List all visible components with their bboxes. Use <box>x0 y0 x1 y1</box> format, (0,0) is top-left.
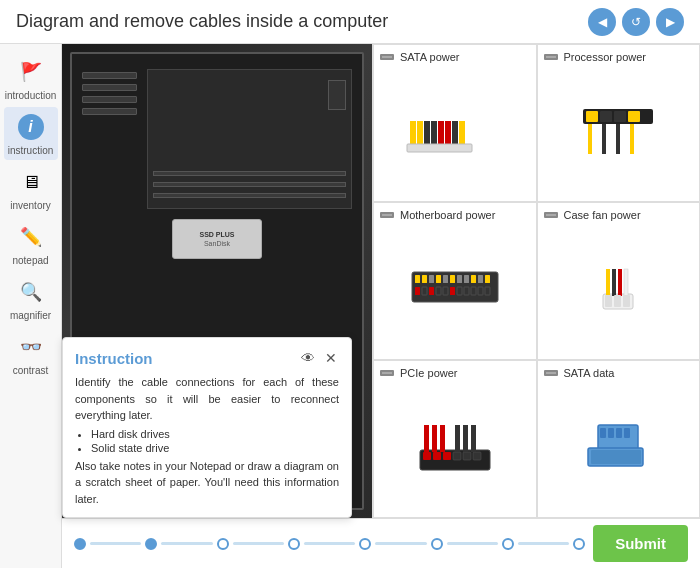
svg-rect-64 <box>453 452 461 460</box>
svg-rect-31 <box>485 275 490 283</box>
component-name-pcie-power: PCIe power <box>400 367 457 379</box>
svg-rect-53 <box>618 269 622 296</box>
svg-rect-6 <box>438 121 444 146</box>
refresh-button[interactable]: ↺ <box>622 8 650 36</box>
progress-dot-8 <box>573 538 585 550</box>
popup-title: Instruction <box>75 350 153 367</box>
svg-rect-78 <box>608 428 614 438</box>
progress-dot-2 <box>145 538 157 550</box>
page-title: Diagram and remove cables inside a compu… <box>16 11 388 32</box>
svg-rect-27 <box>422 275 427 283</box>
progress-dot-4 <box>288 538 300 550</box>
component-card-processor-power[interactable]: Processor power <box>537 44 701 202</box>
svg-rect-67 <box>424 425 429 452</box>
sidebar-label-introduction: introduction <box>5 90 57 101</box>
component-header-pcie-power: PCIe power <box>380 367 530 379</box>
sidebar-label-instruction: instruction <box>8 145 54 156</box>
progress-dot-3 <box>217 538 229 550</box>
svg-rect-43 <box>457 287 462 295</box>
sidebar-item-inventory[interactable]: 🖥 inventory <box>4 162 58 215</box>
progress-line-4 <box>304 542 355 545</box>
sidebar-item-introduction[interactable]: 🚩 introduction <box>4 52 58 105</box>
component-header-sata-data: SATA data <box>544 367 694 379</box>
flag-icon: 🚩 <box>15 56 47 88</box>
svg-rect-20 <box>616 124 620 154</box>
component-image-pcie-power <box>380 383 530 511</box>
popup-eye-button[interactable]: 👁 <box>299 348 317 368</box>
svg-rect-61 <box>423 452 431 460</box>
progress-dot-6 <box>431 538 443 550</box>
svg-rect-59 <box>382 372 392 374</box>
connector-icon <box>544 52 560 62</box>
sidebar-item-notepad[interactable]: ✏️ notepad <box>4 217 58 270</box>
svg-rect-5 <box>431 121 437 146</box>
computer-image-area: SSD PLUS SanDisk <box>62 44 372 518</box>
progress-line-7 <box>518 542 569 545</box>
sidebar-label-magnifier: magnifier <box>10 310 51 321</box>
component-card-sata-power[interactable]: SATA power <box>373 44 537 202</box>
svg-rect-35 <box>464 275 469 283</box>
svg-rect-36 <box>478 275 483 283</box>
svg-rect-1 <box>382 56 392 58</box>
components-grid: SATA power <box>372 44 700 518</box>
svg-rect-26 <box>415 275 420 283</box>
bottom-bar: Submit <box>62 518 700 568</box>
connector-icon <box>380 368 396 378</box>
list-item-ssd: Solid state drive <box>91 442 339 454</box>
svg-rect-29 <box>450 275 455 283</box>
svg-rect-70 <box>455 425 460 452</box>
svg-rect-3 <box>417 121 423 146</box>
svg-rect-42 <box>443 287 448 295</box>
popup-close-button[interactable]: ✕ <box>323 348 339 368</box>
component-card-motherboard-power[interactable]: Motherboard power <box>373 202 537 360</box>
svg-rect-24 <box>382 214 392 216</box>
svg-rect-66 <box>473 452 481 460</box>
sidebar-item-instruction[interactable]: i instruction <box>4 107 58 160</box>
progress-line-6 <box>447 542 498 545</box>
component-name-case-fan-power: Case fan power <box>564 209 641 221</box>
pencil-icon: ✏️ <box>15 221 47 253</box>
svg-rect-30 <box>471 275 476 283</box>
svg-rect-28 <box>436 275 441 283</box>
navigation-controls: ◀ ↺ ▶ <box>588 8 684 36</box>
progress-dot-7 <box>502 538 514 550</box>
svg-rect-81 <box>591 450 641 464</box>
svg-rect-72 <box>471 425 476 452</box>
progress-dot-5 <box>359 538 371 550</box>
svg-rect-19 <box>602 124 606 154</box>
submit-button[interactable]: Submit <box>593 525 688 562</box>
component-card-case-fan-power[interactable]: Case fan power <box>537 202 701 360</box>
back-button[interactable]: ◀ <box>588 8 616 36</box>
forward-button[interactable]: ▶ <box>656 8 684 36</box>
instruction-popup: Instruction 👁 ✕ Identify the cable conne… <box>62 337 352 518</box>
component-header-case-fan-power: Case fan power <box>544 209 694 221</box>
svg-rect-9 <box>459 121 465 146</box>
sidebar-item-magnifier[interactable]: 🔍 magnifier <box>4 272 58 325</box>
svg-rect-32 <box>429 275 434 283</box>
svg-rect-45 <box>471 287 476 295</box>
svg-rect-63 <box>443 452 451 460</box>
svg-rect-7 <box>445 121 451 146</box>
svg-rect-22 <box>630 124 634 154</box>
progress-line-2 <box>161 542 212 545</box>
drive-model-label: SSD PLUS <box>199 231 234 239</box>
progress-dot-1 <box>74 538 86 550</box>
drive-brand-label: SanDisk <box>204 240 230 247</box>
svg-rect-12 <box>546 56 556 58</box>
sidebar-label-notepad: notepad <box>12 255 48 266</box>
progress-line-5 <box>375 542 426 545</box>
svg-rect-44 <box>464 287 469 295</box>
magnifier-icon: 🔍 <box>15 276 47 308</box>
svg-rect-80 <box>624 428 630 438</box>
component-header-processor-power: Processor power <box>544 51 694 63</box>
component-image-sata-power <box>380 67 530 195</box>
component-card-sata-data[interactable]: SATA data <box>537 360 701 518</box>
svg-rect-46 <box>478 287 483 295</box>
header: Diagram and remove cables inside a compu… <box>0 0 700 44</box>
sidebar-item-contrast[interactable]: 👓 contrast <box>4 327 58 380</box>
progress-indicator <box>74 538 585 550</box>
component-card-pcie-power[interactable]: PCIe power <box>373 360 537 518</box>
component-image-motherboard-power <box>380 225 530 353</box>
component-header-sata-power: SATA power <box>380 51 530 63</box>
svg-rect-8 <box>452 121 458 146</box>
